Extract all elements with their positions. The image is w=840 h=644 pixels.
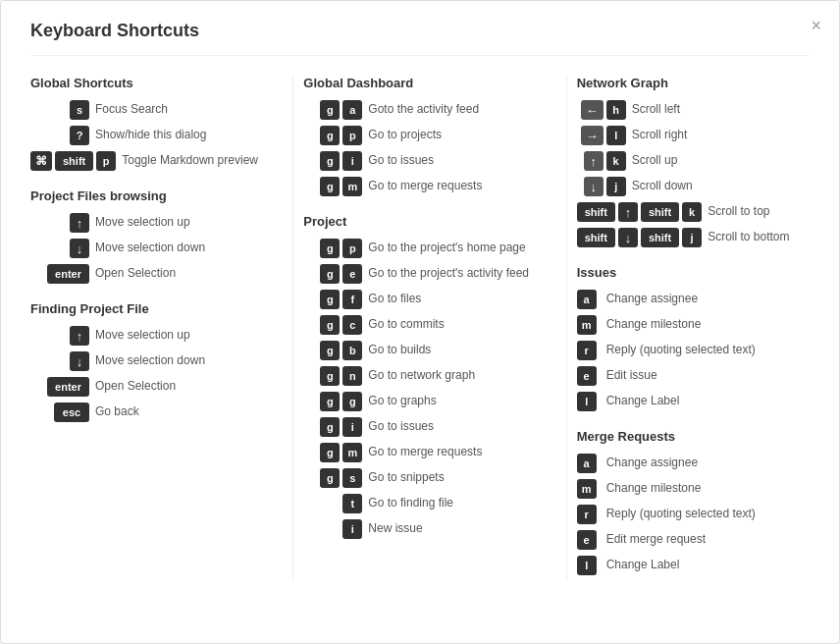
key-esc: esc [54,402,89,422]
key-down: ↓ [70,351,89,371]
shortcut-keys: shift ↑ shift k [577,202,702,222]
key-r: r [577,341,597,360]
key-down: ↓ [70,239,89,258]
shortcut-label: Scroll down [632,177,810,194]
shortcut-row: l Change Label [577,392,810,411]
shortcut-keys: esc [30,402,89,422]
finding-project-title: Finding Project File [30,301,263,316]
shortcut-row: g f Go to files [303,290,536,309]
key-a: a [577,290,597,309]
key-j: j [606,177,626,196]
key-g: g [320,468,340,488]
shortcut-row: l Change Label [577,556,810,575]
shortcut-label: Edit issue [606,366,810,384]
shortcut-row: g g Go to graphs [303,392,536,411]
shortcut-keys: ↓ [30,351,89,371]
shortcut-label: Reply (quoting selected text) [606,341,810,358]
shortcut-row: ← h Scroll left [577,100,810,120]
shortcut-label: Go to graphs [368,392,536,409]
shortcut-label: Go to finding file [368,494,536,511]
key-m: m [342,177,362,196]
shortcut-row: m Change milestone [577,315,810,335]
key-a: a [577,454,597,473]
shortcut-keys: g a [303,100,362,120]
key-f: f [342,290,362,309]
shortcut-keys: s [30,100,89,120]
key-g: g [320,264,340,284]
shortcut-keys: enter [30,264,89,284]
key-shift: shift [55,151,93,171]
key-b: b [342,341,362,360]
key-e: e [577,366,597,386]
global-dashboard-title: Global Dashboard [303,76,536,90]
keyboard-shortcuts-modal: × Keyboard Shortcuts Global Shortcuts s … [0,0,840,644]
shortcut-keys: g n [303,366,362,386]
close-button[interactable]: × [811,17,821,34]
shortcut-label: Move selection down [95,351,263,369]
shortcut-label: Change assignee [606,290,810,307]
key-n: n [342,366,362,386]
shortcut-keys: t [303,494,362,513]
divider [292,76,293,581]
shortcut-row: g n Go to network graph [303,366,536,386]
shortcut-keys: g p [303,126,362,145]
shortcut-label: Go to the project's activity feed [368,264,536,282]
key-t: t [342,494,362,513]
key-m: m [342,443,362,462]
shortcut-row: t Go to finding file [303,494,536,513]
arrow-up-icon: ↑ [584,151,604,171]
key-m: m [577,479,597,499]
key-g: g [320,100,340,120]
shortcut-label: Go to merge requests [368,177,536,194]
key-enter: enter [47,377,89,397]
shortcut-keys: g i [303,151,362,171]
shortcut-keys: r [577,505,601,524]
shortcut-keys: a [577,454,601,473]
key-g: g [320,290,340,309]
shortcut-row: ↑ Move selection up [30,326,263,346]
key-l: l [606,126,626,145]
shortcut-keys: m [577,479,601,499]
shortcut-label: Go to issues [368,151,536,169]
shortcut-row: a Change assignee [577,454,810,473]
shortcut-row: ↑ Move selection up [30,213,263,233]
shortcut-keys: ↓ [30,239,89,258]
key-i: i [342,151,362,171]
shortcut-keys: shift ↓ shift j [577,228,702,247]
key-g: g [342,392,362,411]
shortcut-keys: g p [303,239,362,258]
column-3: Network Graph ← h Scroll left → l Scroll… [577,76,810,581]
shortcut-row: m Change milestone [577,479,810,499]
key-g: g [320,315,340,335]
shortcut-row: g i Go to issues [303,417,536,437]
key-j: j [682,228,702,247]
shortcut-keys: ↑ [30,213,89,233]
key-l: l [577,556,597,575]
key-g: g [320,177,340,196]
key-p: p [96,151,116,171]
column-2: Global Dashboard g a Goto the activity f… [303,76,555,581]
shortcut-row: g m Go to merge requests [303,443,536,462]
shortcut-keys: → l [577,126,626,145]
shortcut-row: ↓ j Scroll down [577,177,810,196]
shortcut-row: shift ↑ shift k Scroll to top [577,202,810,222]
shortcut-keys: ? [30,126,89,145]
shortcut-keys: g s [303,468,362,488]
shortcut-label: Reply (quoting selected text) [606,505,810,522]
key-i: i [342,417,362,437]
shortcut-label: Go to the project's home page [368,239,536,256]
key-s: s [70,100,89,120]
key-shift: shift [577,202,615,222]
shortcut-keys: g m [303,177,362,196]
shortcut-row: e Edit merge request [577,530,810,550]
shortcut-row: g c Go to commits [303,315,536,335]
shortcut-keys: l [577,392,601,411]
shortcut-keys: l [577,556,601,575]
key-s: s [342,468,362,488]
shortcut-label: Edit merge request [606,530,810,548]
shortcut-row: g m Go to merge requests [303,177,536,196]
shortcut-row: s Focus Search [30,100,263,120]
shortcut-keys: g g [303,392,362,411]
shortcut-keys: ← h [577,100,626,120]
shortcut-label: Change Label [606,556,810,573]
